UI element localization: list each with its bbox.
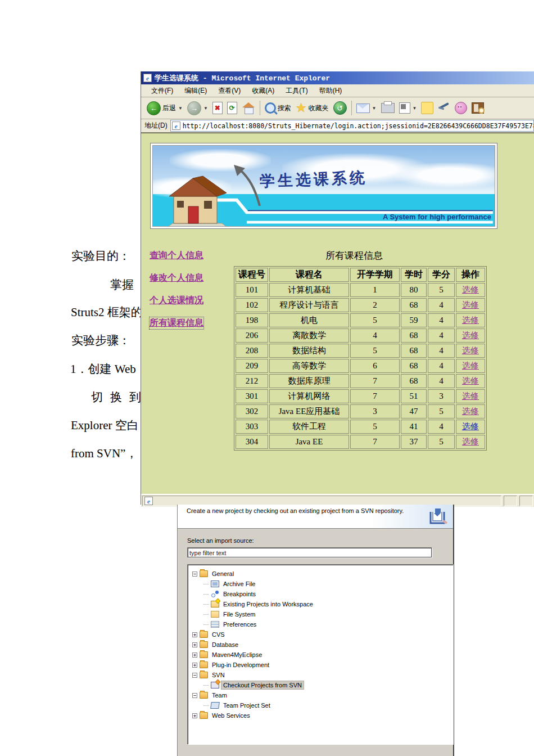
tree-item-label[interactable]: Team Project Set	[221, 701, 272, 709]
tree-item-label[interactable]: Team	[210, 691, 229, 699]
favorites-button[interactable]: ★ 收藏夹	[293, 101, 331, 115]
edit-button[interactable]: ▼	[397, 101, 419, 115]
cell-course-name: 离散数学	[269, 328, 349, 343]
select-course-link[interactable]: 选修	[462, 392, 479, 400]
toolbar-separator	[351, 101, 352, 115]
tree-item[interactable]: − Team	[188, 690, 453, 700]
import-source-tree[interactable]: − General Archive File Breakpoints Exist…	[187, 564, 454, 745]
tree-item[interactable]: Team Project Set	[188, 700, 453, 710]
select-course-link[interactable]: 选修	[462, 361, 479, 370]
tree-expander-icon[interactable]	[203, 705, 209, 706]
tree-item-label[interactable]: Checkout Projects from SVN	[221, 681, 304, 689]
tree-item[interactable]: + CVS	[188, 629, 453, 640]
sidebar-link-modify-info[interactable]: 修改个人信息	[150, 272, 203, 284]
cell-course-id: 304	[236, 435, 268, 449]
tree-expander-icon[interactable]: −	[192, 572, 197, 577]
tree-item-label[interactable]: Preferences	[221, 620, 258, 628]
select-course-link[interactable]: 选修	[462, 437, 479, 446]
menu-view[interactable]: 查看(V)	[212, 85, 246, 97]
tree-expander-icon[interactable]: −	[192, 693, 197, 698]
mail-dropdown-icon[interactable]: ▼	[372, 106, 377, 111]
back-button[interactable]: ← 后退 ▼	[144, 100, 185, 116]
select-course-link[interactable]: 选修	[462, 346, 479, 355]
tree-item[interactable]: Checkout Projects from SVN	[188, 680, 453, 690]
tree-expander-icon[interactable]	[203, 685, 209, 686]
tree-expander-icon[interactable]: +	[192, 713, 197, 718]
tree-item[interactable]: Breakpoints	[188, 589, 453, 599]
tree-item-label[interactable]: CVS	[210, 631, 227, 638]
menu-help[interactable]: 帮助(H)	[314, 85, 348, 97]
tree-item[interactable]: + Maven4MyEclipse	[188, 650, 453, 660]
tree-item[interactable]: Existing Projects into Workspace	[188, 599, 453, 609]
tree-item-label[interactable]: Archive File	[221, 580, 257, 588]
edit-dropdown-icon[interactable]: ▼	[413, 106, 417, 111]
tree-item-label[interactable]: Breakpoints	[221, 590, 257, 598]
tree-item[interactable]: File System	[188, 609, 453, 619]
print-button[interactable]	[379, 102, 397, 114]
tree-expander-icon[interactable]	[203, 614, 209, 615]
sidebar-link-all-courses[interactable]: 所有课程信息	[150, 317, 203, 329]
filter-input[interactable]	[187, 547, 432, 558]
select-course-link[interactable]: 选修	[462, 422, 479, 431]
course-row: 301 计算机网络 7 51 3 选修	[236, 389, 485, 403]
tree-item[interactable]: + Web Services	[188, 710, 453, 721]
tree-item-label[interactable]: Maven4MyEclipse	[210, 651, 264, 659]
tree-item[interactable]: Archive File	[188, 579, 453, 589]
select-course-link[interactable]: 选修	[462, 316, 479, 325]
tree-item[interactable]: − General	[188, 569, 453, 579]
tree-expander-icon[interactable]	[203, 594, 209, 595]
tree-item-label[interactable]: Plug-in Development	[210, 661, 271, 669]
tree-item-icon	[211, 621, 219, 628]
tree-item[interactable]: + Plug-in Development	[188, 660, 453, 670]
select-course-link[interactable]: 选修	[462, 407, 479, 416]
sidebar-link-my-courses[interactable]: 个人选课情况	[150, 295, 203, 307]
messenger-button[interactable]	[436, 101, 452, 115]
tree-expander-icon[interactable]: +	[192, 652, 197, 658]
tree-item-label[interactable]: File System	[221, 610, 257, 618]
address-input[interactable]: e http://localhost:8080/Struts_Hibernate…	[170, 120, 534, 132]
forward-dropdown-icon[interactable]: ▼	[203, 106, 208, 111]
select-course-link[interactable]: 选修	[462, 331, 479, 340]
tree-item[interactable]: + Database	[188, 640, 453, 650]
print-icon	[381, 103, 395, 113]
tree-expander-icon[interactable]: +	[192, 632, 197, 637]
tree-expander-icon[interactable]	[203, 584, 209, 584]
refresh-button[interactable]: ⟳	[225, 101, 239, 115]
pet-button[interactable]	[452, 101, 469, 115]
home-button[interactable]	[239, 101, 257, 115]
course-row: 206 离散数学 4 68 4 选修	[236, 328, 485, 343]
stop-button[interactable]: ✖	[210, 101, 225, 115]
back-dropdown-icon[interactable]: ▼	[178, 106, 183, 111]
tree-item-label[interactable]: Existing Projects into Workspace	[221, 600, 315, 608]
menu-file[interactable]: 文件(F)	[146, 85, 179, 97]
tree-item[interactable]: Preferences	[188, 619, 453, 629]
status-grip	[519, 496, 533, 506]
tree-item-label[interactable]: General	[210, 570, 236, 578]
notes-button[interactable]	[419, 101, 436, 115]
select-course-link[interactable]: 选修	[462, 300, 479, 309]
tree-expander-icon[interactable]: +	[192, 642, 197, 647]
search-button[interactable]: 搜索	[263, 101, 293, 115]
tree-expander-icon[interactable]: −	[192, 673, 197, 678]
tree-item[interactable]: − SVN	[188, 670, 453, 680]
tree-item-label[interactable]: SVN	[210, 671, 227, 679]
menu-edit[interactable]: 编辑(E)	[179, 85, 212, 97]
forward-button[interactable]: → ▼	[185, 100, 210, 116]
history-button[interactable]: ↺	[331, 100, 349, 116]
tree-item-label[interactable]: Web Services	[210, 712, 252, 719]
tree-item-icon	[200, 641, 208, 648]
mail-button[interactable]: ▼	[354, 102, 379, 114]
tree-expander-icon[interactable]	[203, 604, 209, 605]
select-course-link[interactable]: 选修	[462, 285, 479, 294]
tree-expander-icon[interactable]: +	[192, 663, 197, 668]
status-page-icon: e	[144, 497, 153, 505]
select-course-link[interactable]: 选修	[462, 376, 479, 385]
tree-item-label[interactable]: Database	[210, 641, 240, 649]
tree-expander-icon[interactable]	[203, 624, 209, 625]
sidebar-link-personal-info[interactable]: 查询个人信息	[150, 250, 203, 262]
book-search-button[interactable]	[469, 101, 486, 115]
menu-favorites[interactable]: 收藏(A)	[246, 85, 280, 97]
menu-tools[interactable]: 工具(T)	[280, 85, 313, 97]
eclipse-import-dialog: Create a new project by checking out an …	[177, 505, 454, 756]
toolbar-separator	[260, 101, 260, 115]
